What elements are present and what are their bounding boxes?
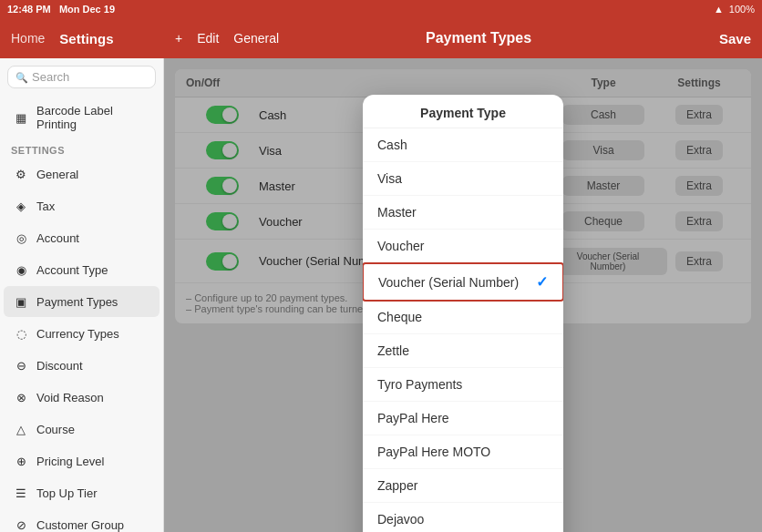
settings-link[interactable]: Settings <box>59 31 113 46</box>
dropdown-item-tyro[interactable]: Tyro Payments <box>363 368 563 402</box>
general-button[interactable]: General <box>233 31 279 46</box>
sidebar-item-customer-group[interactable]: Customer Group <box>4 509 160 532</box>
dropdown-item-dejavoo[interactable]: Dejavoo <box>363 503 563 532</box>
course-icon <box>13 421 29 437</box>
customer-icon <box>13 517 29 532</box>
main-layout: Search Barcode Label Printing SETTINGS G… <box>0 58 762 532</box>
sidebar-item-label: Barcode Label Printing <box>36 104 150 131</box>
currency-icon <box>13 325 29 342</box>
sidebar-item-label: Course <box>36 423 75 436</box>
sidebar-item-label: Payment Types <box>36 295 118 309</box>
account-type-icon <box>13 261 29 278</box>
sidebar-item-label: Void Reason <box>36 391 104 404</box>
sidebar-item-label: General <box>36 168 78 181</box>
sidebar-item-label: Tax <box>36 200 55 213</box>
sidebar-item-course[interactable]: Course <box>4 414 160 445</box>
dropdown-item-paypal-here[interactable]: PayPal Here <box>363 402 563 435</box>
search-input[interactable]: Search <box>7 66 156 88</box>
sidebar: Search Barcode Label Printing SETTINGS G… <box>0 58 164 532</box>
dropdown-item-cash[interactable]: Cash <box>363 128 563 162</box>
sidebar-item-payment-types[interactable]: Payment Types <box>4 286 160 317</box>
sidebar-item-void-reason[interactable]: Void Reason <box>4 382 160 413</box>
top-nav: Home Settings + Edit General Payment Typ… <box>0 18 762 58</box>
sidebar-item-account[interactable]: Account <box>4 222 160 253</box>
sidebar-item-label: Top Up Tier <box>36 486 97 500</box>
sidebar-item-currency-types[interactable]: Currency Types <box>4 318 160 349</box>
payment-icon <box>13 293 29 310</box>
nav-left: Home Settings <box>11 31 175 46</box>
dropdown-item-voucher[interactable]: Voucher <box>363 230 563 263</box>
sidebar-item-top-up-tier[interactable]: Top Up Tier <box>4 477 160 508</box>
sidebar-item-label: Currency Types <box>36 327 119 341</box>
status-bar: 12:48 PM Mon Dec 19 ▲ 100% <box>0 0 762 18</box>
edit-button[interactable]: Edit <box>197 31 219 46</box>
topup-icon <box>13 485 29 501</box>
discount-icon <box>13 357 29 373</box>
dropdown-item-voucher-serial[interactable]: Voucher (Serial Number) ✓ <box>363 262 563 302</box>
status-time: 12:48 PM Mon Dec 19 <box>7 4 115 15</box>
barcode-icon <box>13 109 29 126</box>
sidebar-item-label: Customer Group <box>36 518 124 532</box>
pricing-icon <box>13 453 29 469</box>
dropdown-item-zettle[interactable]: Zettle <box>363 334 563 368</box>
dropdown-item-cheque[interactable]: Cheque <box>363 301 563 334</box>
status-right: ▲ 100% <box>714 4 755 15</box>
sidebar-item-discount[interactable]: Discount <box>4 350 160 381</box>
sidebar-item-label: Account <box>36 231 79 245</box>
sidebar-item-label: Discount <box>36 359 83 373</box>
tax-icon <box>13 198 29 214</box>
save-button[interactable]: Save <box>678 31 751 46</box>
sidebar-search-area: Search <box>0 58 163 96</box>
add-icon[interactable]: + <box>175 31 182 46</box>
sidebar-item-pricing-level[interactable]: Pricing Level <box>4 445 160 476</box>
dropdown-item-visa[interactable]: Visa <box>363 162 563 196</box>
dropdown-item-paypal-moto[interactable]: PayPal Here MOTO <box>363 435 563 469</box>
home-link[interactable]: Home <box>11 31 45 46</box>
void-icon <box>13 389 29 405</box>
sidebar-item-barcode[interactable]: Barcode Label Printing <box>4 97 160 138</box>
sidebar-item-account-type[interactable]: Account Type <box>4 254 160 285</box>
sidebar-item-tax[interactable]: Tax <box>4 190 160 221</box>
account-icon <box>13 230 29 246</box>
sidebar-section-settings: SETTINGS <box>0 139 163 158</box>
sidebar-item-label: Pricing Level <box>36 455 104 468</box>
gear-icon <box>13 166 29 182</box>
dropdown-item-zapper[interactable]: Zapper <box>363 469 563 503</box>
search-placeholder: Search <box>32 70 69 84</box>
nav-actions: + Edit General <box>175 31 279 46</box>
battery-indicator: 100% <box>729 4 755 15</box>
payment-type-dropdown: Payment Type Cash Visa Master Voucher Vo… <box>363 95 563 532</box>
page-title: Payment Types <box>279 30 678 46</box>
check-mark-icon: ✓ <box>536 273 548 291</box>
dropdown-overlay[interactable]: Payment Type Cash Visa Master Voucher Vo… <box>164 58 762 532</box>
content-area: On/Off Type Settings Cash Cash Extra Vis… <box>164 58 762 532</box>
wifi-icon: ▲ <box>714 4 724 15</box>
dropdown-item-master[interactable]: Master <box>363 196 563 230</box>
dropdown-title: Payment Type <box>363 95 563 128</box>
search-icon <box>15 70 28 84</box>
sidebar-item-general[interactable]: General <box>4 159 160 189</box>
sidebar-item-label: Account Type <box>36 263 108 277</box>
